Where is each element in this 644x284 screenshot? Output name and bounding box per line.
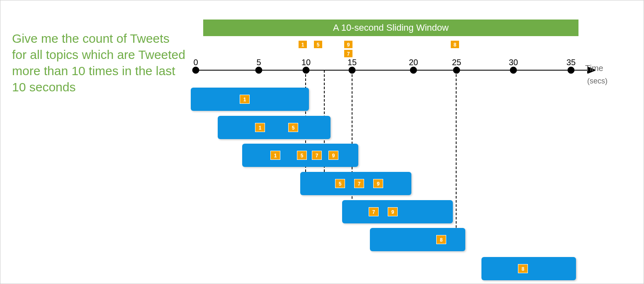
event-marker: 9: [344, 40, 353, 49]
tick-dot: [510, 67, 517, 73]
tick-label: 15: [346, 58, 358, 67]
axis-label: Time: [585, 64, 603, 73]
tick-label: 5: [253, 58, 265, 67]
tick-label: 30: [507, 58, 520, 67]
window-marker: 7: [354, 179, 364, 188]
sliding-window: 15: [218, 116, 331, 139]
sliding-window: 1: [191, 88, 309, 111]
tick-dot: [453, 67, 460, 73]
sliding-window: 1579: [242, 144, 358, 167]
tick-label: 35: [565, 58, 577, 67]
window-marker: 9: [388, 207, 398, 216]
window-marker: 5: [297, 151, 307, 160]
dash-line: [456, 70, 457, 245]
event-marker: 8: [450, 40, 459, 49]
window-marker: 1: [240, 95, 250, 104]
event-marker: 7: [344, 49, 353, 58]
window-marker: 5: [288, 123, 298, 132]
axis-sub-label: (secs): [587, 77, 608, 86]
window-marker: 5: [335, 179, 345, 188]
tick-dot: [568, 67, 574, 73]
tick-label: 0: [190, 58, 202, 67]
window-marker: 7: [312, 151, 322, 160]
sliding-window: 8: [481, 257, 576, 280]
window-marker: 1: [270, 151, 280, 160]
tick-label: 20: [407, 58, 420, 67]
tick-dot: [303, 67, 309, 73]
tick-dot: [192, 67, 199, 73]
tick-dot: [255, 67, 262, 73]
sliding-window: 8: [370, 228, 465, 251]
event-marker: 5: [313, 40, 323, 49]
tick-label: 25: [450, 58, 463, 67]
event-marker: 1: [298, 40, 307, 49]
tick-label: 10: [300, 58, 312, 67]
window-marker: 9: [373, 179, 383, 188]
sliding-window: 579: [300, 172, 411, 195]
window-marker: 1: [255, 123, 265, 132]
tick-dot: [410, 67, 417, 73]
window-marker: 8: [518, 264, 528, 273]
window-marker: 7: [369, 207, 379, 216]
window-marker: 9: [328, 151, 338, 160]
sliding-window: 79: [342, 200, 453, 223]
window-marker: 8: [436, 235, 446, 244]
